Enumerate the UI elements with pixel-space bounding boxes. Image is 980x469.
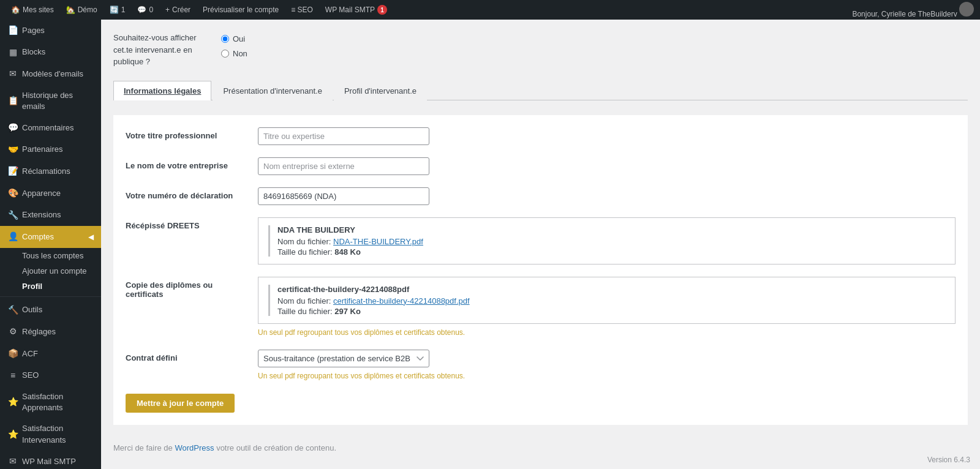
company-name-label: Le nom de votre entreprise	[126, 157, 248, 170]
tab-profile[interactable]: Profil d'intervenant.e	[334, 81, 427, 100]
diplomas-label: Copie des diplômes ou certificats	[126, 277, 248, 299]
sidebar-item-satisfaction-intervenants[interactable]: ⭐ Satisfaction Intervenants	[0, 418, 101, 450]
visibility-radio-group: Oui Non	[221, 32, 247, 59]
admin-bar-seo[interactable]: ≡ SEO	[286, 0, 318, 20]
declaration-number-input[interactable]	[258, 187, 429, 205]
sidebar-item-acf[interactable]: 📦 ACF	[0, 343, 101, 365]
settings-icon: ⚙	[7, 326, 18, 338]
sidebar-sub-add-account[interactable]: Ajouter un compte	[0, 263, 101, 279]
claims-icon: 📝	[7, 165, 18, 178]
sidebar-sub-profile[interactable]: Profil	[0, 279, 101, 294]
partners-icon: 🤝	[7, 144, 18, 156]
star-icon-1: ⭐	[7, 396, 18, 408]
submit-area: Mettre à jour le compte	[126, 394, 956, 413]
company-name-field	[258, 157, 956, 175]
diplomas-row: Copie des diplômes ou certificats certif…	[126, 277, 956, 338]
sidebar-item-tools[interactable]: 🔨 Outils	[0, 299, 101, 321]
sidebar-sub-all-accounts[interactable]: Tous les comptes	[0, 248, 101, 263]
admin-greeting: Bonjour, Cyrielle de TheBuilderv	[852, 2, 974, 18]
sidebar-item-email-history[interactable]: 📋 Historique des emails	[0, 85, 101, 117]
version-text: Version 6.4.3	[927, 456, 970, 464]
radio-oui[interactable]	[221, 35, 229, 43]
tab-legal[interactable]: Informations légales	[113, 81, 211, 100]
sidebar-item-accounts[interactable]: 👤 Comptes ◀	[0, 226, 101, 248]
mail-icon: ✉	[7, 456, 18, 468]
recepisse-label: Récépissé DREETS	[126, 217, 248, 230]
company-name-input[interactable]	[258, 157, 429, 175]
sidebar-item-partners[interactable]: 🤝 Partenaires	[0, 139, 101, 161]
tab-presentation[interactable]: Présentation d'intervenant.e	[213, 81, 332, 100]
admin-bar-comments[interactable]: 💬 0	[132, 0, 158, 20]
email-history-icon: 📋	[7, 95, 18, 107]
submit-button[interactable]: Mettre à jour le compte	[126, 394, 235, 413]
sidebar: 📄 Pages ▦ Blocks ✉ Modèles d'emails 📋 Hi…	[0, 20, 101, 469]
admin-bar-updates[interactable]: 🔄 1	[105, 0, 130, 20]
radio-oui-option[interactable]: Oui	[221, 33, 247, 45]
diplomas-file-title: certificat-the-buildery-42214088pdf	[277, 285, 945, 294]
main-content: Souhaitez-vous afficher cet.te intervena…	[101, 20, 980, 469]
admin-bar: 🏠 Mes sites 🏡 Démo 🔄 1 💬 0 + Créer Prévi…	[0, 0, 980, 20]
sidebar-item-wp-mail-smtp[interactable]: ✉ WP Mail SMTP	[0, 451, 101, 469]
contract-row: Contrat défini Sous-traitance (prestatio…	[126, 350, 956, 381]
diplomas-file-inner: certificat-the-buildery-42214088pdf Nom …	[268, 285, 945, 316]
sidebar-item-email-templates[interactable]: ✉ Modèles d'emails	[0, 63, 101, 85]
admin-bar-my-sites[interactable]: 🏠 Mes sites	[6, 0, 59, 20]
company-name-row: Le nom de votre entreprise	[126, 157, 956, 175]
sidebar-item-comments[interactable]: 💬 Commentaires	[0, 117, 101, 139]
admin-bar-preview[interactable]: Prévisualiser le compte	[198, 0, 284, 20]
tabs-nav: Informations légales Présentation d'inte…	[113, 80, 968, 100]
avatar	[959, 2, 974, 17]
radio-non-option[interactable]: Non	[221, 48, 247, 60]
accounts-icon: 👤	[7, 231, 18, 243]
admin-bar-demo[interactable]: 🏡 Démo	[61, 0, 102, 20]
comments-icon: 💬	[7, 122, 18, 134]
recepisse-row: Récépissé DREETS NDA THE BUILDERY Nom du…	[126, 217, 956, 265]
declaration-number-row: Votre numéro de déclaration	[126, 187, 956, 205]
plus-icon: +	[165, 6, 170, 14]
public-visibility-section: Souhaitez-vous afficher cet.te intervena…	[113, 32, 968, 68]
diplomas-file-size: Taille du fichier: 297 Ko	[277, 307, 945, 316]
admin-bar-wp-mail-smtp[interactable]: WP Mail SMTP 1	[320, 0, 392, 20]
form-content: Votre titre professionnel Le nom de votr…	[113, 115, 968, 426]
sidebar-item-claims[interactable]: 📝 Réclamations	[0, 160, 101, 182]
sidebar-item-appearance[interactable]: 🎨 Apparence	[0, 182, 101, 204]
appearance-icon: 🎨	[7, 187, 18, 200]
tools-icon: 🔨	[7, 304, 18, 317]
contract-note: Un seul pdf regroupant tous vos diplômes…	[258, 371, 956, 381]
sidebar-item-satisfaction-apprenants[interactable]: ⭐ Satisfaction Apprenants	[0, 386, 101, 418]
recepisse-file-inner: NDA THE BUILDERY Nom du fichier: NDA-THE…	[268, 225, 945, 257]
sidebar-item-seo[interactable]: ≡ SEO	[0, 365, 101, 387]
radio-non[interactable]	[221, 50, 229, 58]
pages-icon: 📄	[7, 24, 18, 37]
diplomas-content: certificat-the-buildery-42214088pdf Nom …	[258, 277, 956, 338]
contract-field: Sous-traitance (prestation de service B2…	[258, 350, 956, 381]
comment-icon: 💬	[137, 6, 146, 14]
star-icon-2: ⭐	[7, 429, 18, 441]
public-visibility-label: Souhaitez-vous afficher cet.te intervena…	[113, 32, 211, 68]
diplomas-note: Un seul pdf regroupant tous vos diplômes…	[258, 328, 956, 338]
declaration-number-label: Votre numéro de déclaration	[126, 187, 248, 200]
declaration-number-field	[258, 187, 956, 205]
recepisse-file-title: NDA THE BUILDERY	[277, 225, 945, 234]
sidebar-item-blocks[interactable]: ▦ Blocks	[0, 42, 101, 64]
blocks-icon: ▦	[7, 47, 18, 59]
recepisse-file-link[interactable]: NDA-THE-BUILDERY.pdf	[333, 237, 423, 246]
recepisse-content: NDA THE BUILDERY Nom du fichier: NDA-THE…	[258, 217, 956, 265]
diplomas-file-link[interactable]: certificat-the-buildery-42214088pdf.pdf	[333, 296, 470, 306]
sidebar-item-pages[interactable]: 📄 Pages	[0, 20, 101, 42]
acf-icon: 📦	[7, 348, 18, 360]
extensions-icon: 🔧	[7, 209, 18, 222]
home-icon: 🏠	[11, 6, 20, 14]
seo-icon: ≡	[7, 370, 18, 382]
admin-bar-new[interactable]: + Créer	[160, 0, 195, 20]
professional-title-field	[258, 127, 956, 145]
sidebar-divider	[0, 296, 101, 297]
sidebar-item-extensions[interactable]: 🔧 Extensions	[0, 204, 101, 227]
sidebar-item-settings[interactable]: ⚙ Réglages	[0, 321, 101, 343]
professional-title-input[interactable]	[258, 127, 429, 145]
footer-text: Merci de faire de WordPress votre outil …	[113, 443, 968, 452]
contract-select[interactable]: Sous-traitance (prestation de service B2…	[258, 350, 429, 367]
house-icon: 🏡	[66, 6, 75, 14]
contract-label: Contrat défini	[126, 350, 248, 362]
update-icon: 🔄	[110, 6, 119, 14]
